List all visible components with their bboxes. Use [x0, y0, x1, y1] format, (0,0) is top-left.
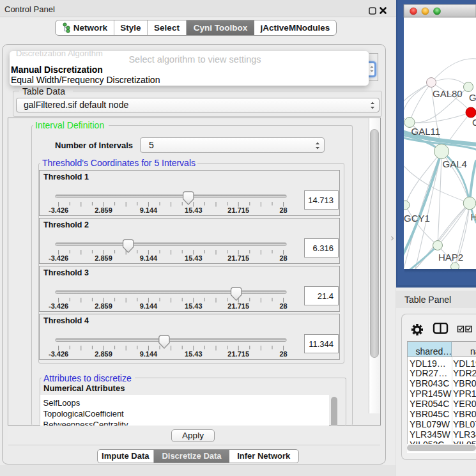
svg-text:GA: GA	[469, 92, 476, 103]
svg-text:21.715: 21.715	[227, 254, 249, 262]
svg-text:2.859: 2.859	[95, 254, 112, 262]
svg-text:28: 28	[279, 302, 287, 310]
svg-text:15.43: 15.43	[185, 302, 203, 310]
svg-text:GAL80: GAL80	[433, 88, 463, 99]
svg-text:GCY1: GCY1	[404, 213, 430, 224]
svg-text:9.144: 9.144	[140, 254, 158, 262]
svg-text:H: H	[471, 211, 476, 222]
svg-text:C: C	[472, 117, 476, 128]
svg-text:-3.426: -3.426	[49, 350, 68, 358]
svg-text:15.43: 15.43	[185, 254, 203, 262]
svg-text:9.144: 9.144	[140, 350, 158, 358]
svg-text:GAL4: GAL4	[443, 158, 467, 169]
svg-text:9.144: 9.144	[140, 206, 158, 214]
svg-text:-3.426: -3.426	[49, 302, 68, 310]
svg-text:2.859: 2.859	[95, 350, 112, 358]
svg-text:28: 28	[279, 254, 287, 262]
svg-text:2.859: 2.859	[95, 302, 112, 310]
svg-text:-3.426: -3.426	[49, 254, 68, 262]
svg-text:-3.426: -3.426	[49, 206, 68, 214]
svg-text:28: 28	[279, 206, 287, 214]
svg-text:21.715: 21.715	[227, 302, 249, 310]
svg-text:15.43: 15.43	[185, 206, 203, 214]
svg-text:21.715: 21.715	[227, 350, 249, 358]
svg-text:15.43: 15.43	[185, 350, 203, 358]
svg-text:2.859: 2.859	[95, 206, 112, 214]
svg-text:GAL11: GAL11	[411, 126, 441, 137]
svg-text:28: 28	[279, 350, 287, 358]
svg-text:21.715: 21.715	[227, 206, 249, 214]
svg-text:HAP2: HAP2	[438, 252, 463, 263]
svg-text:9.144: 9.144	[140, 302, 158, 310]
